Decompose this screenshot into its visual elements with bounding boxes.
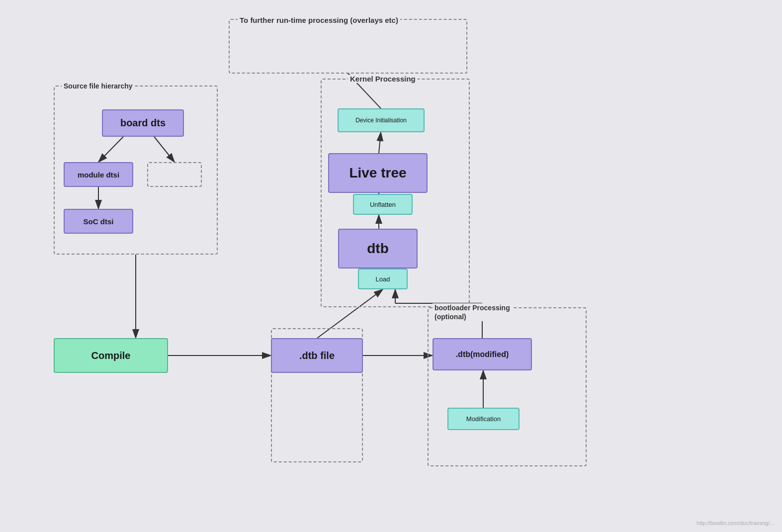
further-processing-label: To further run-time processing (overlays… [238,16,400,24]
compile-node: Compile [54,338,168,373]
unflatten-node: Unflatten [353,194,413,215]
bootloader-processing-label: bootloader Processing (optional) [433,303,512,321]
placeholder-dashed-node [147,162,202,187]
source-hierarchy-label: Source file hierarchy [62,82,135,90]
device-init-node: Device Initialisation [338,108,425,132]
modification-node: Modification [447,408,520,430]
dtb-main-node: dtb [338,229,418,268]
diagram-container: To further run-time processing (overlays… [0,0,782,532]
dtb-file-node: .dtb file [271,338,363,373]
kernel-processing-label: Kernel Processing [348,75,418,83]
bootloader-processing-box [428,307,587,466]
further-processing-box [229,19,467,74]
load-node: Load [358,268,408,289]
dtb-modified-node: .dtb(modified) [433,338,532,370]
watermark: http://bootlin.com/doc/training/... [696,520,774,526]
board-dts-node: board dts [102,109,184,137]
soc-dtsi-node: SoC dtsi [64,209,133,234]
module-dtsi-node: module dtsi [64,162,133,187]
live-tree-node: Live tree [328,153,428,193]
